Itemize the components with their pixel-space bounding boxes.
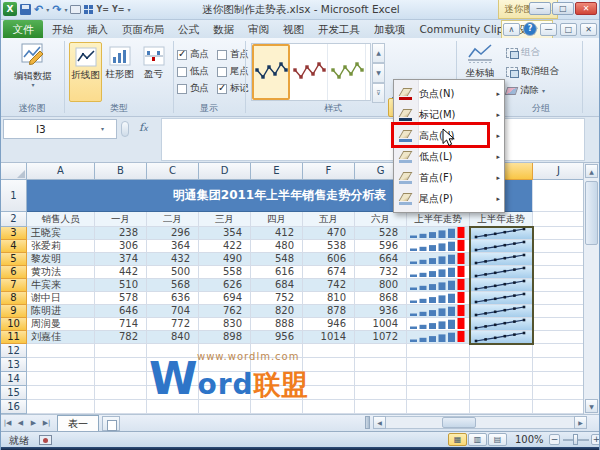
cell-value-7-0[interactable]: 510: [95, 279, 147, 292]
cell-name-5[interactable]: 黎发明: [27, 253, 95, 266]
row-header-8[interactable]: 8: [1, 292, 27, 305]
view-grid-icon[interactable]: [84, 5, 93, 14]
row-header-4[interactable]: 4: [1, 240, 27, 253]
cell-F16[interactable]: [303, 400, 355, 414]
first-sheet-icon[interactable]: |◀: [1, 419, 14, 427]
cell-J1[interactable]: [533, 180, 585, 212]
cell-C15[interactable]: [147, 386, 199, 400]
row-header-12[interactable]: 12: [1, 344, 27, 358]
cell-F14[interactable]: [303, 372, 355, 386]
row-header-10[interactable]: 10: [1, 318, 27, 331]
gallery-up-icon[interactable]: ▲: [372, 43, 385, 63]
row-header-6[interactable]: 6: [1, 266, 27, 279]
cell-H12[interactable]: [407, 344, 470, 358]
cell-B14[interactable]: [95, 372, 147, 386]
gallery-more-icon[interactable]: ⊽: [372, 83, 385, 103]
cell-value-3-3[interactable]: 412: [251, 227, 303, 240]
cell-line-sparkline-6[interactable]: [470, 266, 533, 279]
cell-E15[interactable]: [251, 386, 303, 400]
doc-close-button[interactable]: ✕: [580, 23, 597, 36]
formula-bar-splitter[interactable]: [121, 121, 129, 137]
cell-bar-sparkline-3[interactable]: [407, 227, 470, 240]
last-sheet-icon[interactable]: ▶|: [40, 419, 53, 427]
cell-B16[interactable]: [95, 400, 147, 414]
edit-data-button[interactable]: 编辑数据 ▾: [5, 41, 61, 103]
cell-value-5-2[interactable]: 490: [199, 253, 251, 266]
cell-name-9[interactable]: 陈明进: [27, 305, 95, 318]
sheet-tab-active[interactable]: 表一: [57, 415, 99, 431]
cell-name-3[interactable]: 王晓宾: [27, 227, 95, 240]
cell-value-4-0[interactable]: 306: [95, 240, 147, 253]
cell-A12[interactable]: [27, 344, 95, 358]
cell-D15[interactable]: [199, 386, 251, 400]
cell-A16[interactable]: [27, 400, 95, 414]
cell-bar-sparkline-10[interactable]: [407, 318, 470, 331]
ribbon-tab-6[interactable]: 视图: [276, 20, 311, 38]
cell-I14[interactable]: [470, 372, 533, 386]
macro-record-icon[interactable]: [39, 435, 52, 445]
cell-value-9-3[interactable]: 820: [251, 305, 303, 318]
redo-icon[interactable]: ↷: [52, 3, 61, 16]
field-header-0[interactable]: 销售人员: [27, 212, 95, 227]
cell-bar-sparkline-6[interactable]: [407, 266, 470, 279]
cell-J6[interactable]: [533, 266, 585, 279]
cell-D14[interactable]: [199, 372, 251, 386]
cell-A15[interactable]: [27, 386, 95, 400]
type-button-1[interactable]: 柱形图: [103, 42, 136, 102]
cell-A14[interactable]: [27, 372, 95, 386]
minimize-button[interactable]: —: [529, 2, 551, 15]
cell-name-4[interactable]: 张爱莉: [27, 240, 95, 253]
cell-J2[interactable]: [533, 212, 585, 227]
cell-value-5-5[interactable]: 664: [355, 253, 407, 266]
cell-G12[interactable]: [355, 344, 407, 358]
cell-line-sparkline-3[interactable]: [470, 227, 533, 240]
cell-value-9-4[interactable]: 878: [303, 305, 355, 318]
cell-value-6-0[interactable]: 442: [95, 266, 147, 279]
field-header-5[interactable]: 五月: [303, 212, 355, 227]
vertical-scrollbar[interactable]: ▲ ▼: [583, 163, 599, 414]
ribbon-tab-2[interactable]: 页面布局: [115, 20, 171, 38]
cell-value-8-5[interactable]: 868: [355, 292, 407, 305]
cell-value-3-4[interactable]: 470: [303, 227, 355, 240]
cell-value-7-1[interactable]: 568: [147, 279, 199, 292]
cell-J4[interactable]: [533, 240, 585, 253]
cell-value-10-0[interactable]: 714: [95, 318, 147, 331]
cell-value-9-1[interactable]: 704: [147, 305, 199, 318]
cell-I13[interactable]: [470, 358, 533, 372]
tab-file[interactable]: 文件: [3, 20, 43, 38]
row-header-7[interactable]: 7: [1, 279, 27, 292]
cell-J11[interactable]: [533, 331, 585, 344]
cell-E13[interactable]: [251, 358, 303, 372]
cell-I12[interactable]: [470, 344, 533, 358]
cell-value-3-1[interactable]: 296: [147, 227, 199, 240]
select-all-corner[interactable]: [1, 163, 27, 180]
cell-bar-sparkline-5[interactable]: [407, 253, 470, 266]
cell-I16[interactable]: [470, 400, 533, 414]
cell-D16[interactable]: [199, 400, 251, 414]
column-header-D[interactable]: D: [199, 163, 251, 180]
cell-J8[interactable]: [533, 292, 585, 305]
cell-value-6-3[interactable]: 616: [251, 266, 303, 279]
cell-value-4-2[interactable]: 422: [199, 240, 251, 253]
cell-H13[interactable]: [407, 358, 470, 372]
cell-value-7-4[interactable]: 742: [303, 279, 355, 292]
field-header-3[interactable]: 三月: [199, 212, 251, 227]
cell-C14[interactable]: [147, 372, 199, 386]
cell-line-sparkline-7[interactable]: [470, 279, 533, 292]
cell-bar-sparkline-4[interactable]: [407, 240, 470, 253]
row-header-5[interactable]: 5: [1, 253, 27, 266]
cell-value-11-1[interactable]: 840: [147, 331, 199, 344]
undo-icon[interactable]: ↶: [34, 3, 43, 16]
show-checkbox-1[interactable]: 低点: [177, 63, 209, 80]
show-checkbox-2[interactable]: 负点: [177, 80, 209, 97]
cell-name-10[interactable]: 周润曼: [27, 318, 95, 331]
cell-name-11[interactable]: 刘嘉佳: [27, 331, 95, 344]
page-layout-view-icon[interactable]: ▥: [468, 433, 487, 446]
cell-line-sparkline-11[interactable]: [470, 331, 533, 344]
column-header-A[interactable]: A: [27, 163, 95, 180]
cell-value-9-5[interactable]: 936: [355, 305, 407, 318]
cell-name-6[interactable]: 黄功法: [27, 266, 95, 279]
cell-value-8-0[interactable]: 578: [95, 292, 147, 305]
cell-J3[interactable]: [533, 227, 585, 240]
cell-J12[interactable]: [533, 344, 585, 358]
